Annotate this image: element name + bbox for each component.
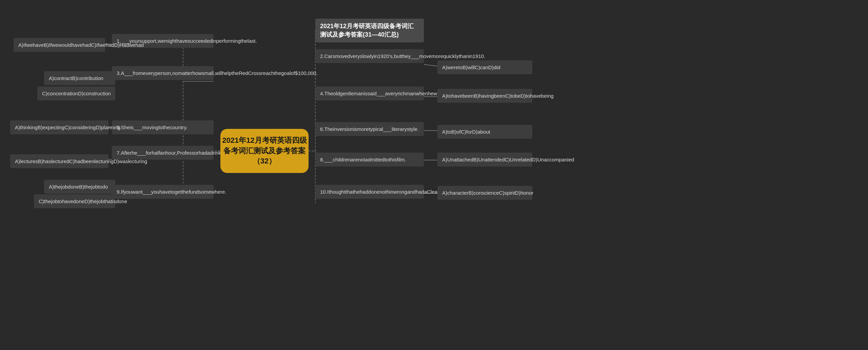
question-4-box: 4.Theoldgentlemanissaid___averyrichmanwh…: [315, 86, 424, 100]
answer-6-text: A)toB)ofC)forD)about: [442, 129, 490, 135]
svg-line-21: [424, 64, 437, 66]
answer-8-box: A)UnattachedB)UnattendedC)UnrelatedD)Una…: [437, 153, 532, 167]
right-title-text: 2021年12月考研英语四级备考词汇测试及参考答案(31—40汇总): [320, 23, 414, 38]
question-9-box: 9.Ifyouwant___youhavetogetthefundsomewhe…: [112, 185, 214, 199]
question-5-text: 5.Sheis___movingtothecountry.: [117, 124, 188, 130]
question-10-box: 10.Ithoughtthathehaddonenothinwrongandha…: [315, 185, 424, 199]
center-node: 2021年12月考研英语四级 备考词汇测试及参考答案 （32）: [220, 129, 309, 173]
answer-5-text: A)thinkingB)expectingC)consideringD)plan…: [15, 124, 120, 130]
answer-7-text: A)lecturesB)haslecturedC)hadbeenlecturin…: [15, 158, 147, 164]
right-title-box: 2021年12月考研英语四级备考词汇测试及参考答案(31—40汇总): [315, 19, 424, 42]
answer-5-box: A)thinkingB)expectingC)consideringD)plan…: [10, 120, 108, 134]
answer-4-box: A)tohavebeenB)havingbeenC)tobeD)tohavebe…: [437, 89, 532, 103]
answer-9a-box: A)thejobdoneB)thejobtodo: [44, 180, 115, 194]
answer-9c-box: C)thejobtohavedoneD)thejobthatisdone: [34, 194, 115, 208]
mind-map: 2021年12月考研英语四级 备考词汇测试及参考答案 （32） 1.___you…: [0, 0, 868, 350]
connector-lines: [0, 0, 868, 350]
question-10-text: 10.Ithoughtthathehaddonenothinwrongandha…: [320, 189, 449, 195]
answer-1-box: A)IfwehaveB)IfwewouldhavehadC)IfwehadD)H…: [14, 38, 105, 52]
question-9-text: 9.Ifyouwant___youhavetogetthefundsomewhe…: [117, 189, 226, 195]
question-3-box: 3.A___fromeveryperson,nomatterhowsmall,w…: [112, 66, 214, 80]
question-8-text: 8.___childrenarenotadmittedtothisfilm.: [320, 157, 406, 162]
answer-10-box: A)characterB)conscienceC)spiritD)honor: [437, 186, 532, 200]
question-7-box: 7.Afterhe___forhalfanhour,Professorhadad…: [112, 146, 214, 160]
question-6-text: 6.Theinversionismoretypical___literaryst…: [320, 126, 419, 132]
answer-3c-text: C)concentrationD)construction: [42, 91, 111, 96]
question-2-box: 2.Carsmovedveryslowlyin1920's,butthey___…: [315, 49, 424, 63]
answer-1-text: A)IfwehaveB)IfwewouldhavehadC)IfwehadD)H…: [18, 42, 144, 48]
answer-4-text: A)tohavebeenB)havingbeenC)tobeD)tohavebe…: [442, 93, 554, 99]
question-3-text: 3.A___fromeveryperson,nomatterhowsmall,w…: [117, 70, 318, 76]
question-2-text: 2.Carsmovedveryslowlyin1920's,butthey___…: [320, 53, 485, 59]
answer-3a-text: A)contractB)contribution: [49, 75, 103, 81]
answer-9c-text: C)thejobtohavedoneD)thejobthatisdone: [39, 198, 127, 204]
answer-2-box: A)weretoB)willC)canD)did: [437, 60, 532, 74]
question-5-box: 5.Sheis___movingtothecountry.: [112, 120, 214, 134]
answer-9a-text: A)thejobdoneB)thejobtodo: [49, 184, 108, 190]
answer-10-text: A)characterB)conscienceC)spiritD)honor: [442, 190, 533, 196]
answer-7-box: A)lecturesB)haslecturedC)hadbeenlecturin…: [10, 154, 108, 168]
question-8-box: 8.___childrenarenotadmittedtothisfilm.: [315, 153, 424, 167]
center-label: 2021年12月考研英语四级 备考词汇测试及参考答案 （32）: [220, 135, 309, 167]
answer-6-box: A)toB)ofC)forD)about: [437, 125, 532, 139]
answer-2-text: A)weretoB)willC)canD)did: [442, 64, 500, 70]
question-6-box: 6.Theinversionismoretypical___literaryst…: [315, 122, 424, 136]
answer-3c-box: C)concentrationD)construction: [37, 86, 115, 100]
answer-8-text: A)UnattachedB)UnattendedC)UnrelatedD)Una…: [442, 157, 574, 162]
answer-3a-box: A)contractB)contribution: [44, 71, 115, 85]
